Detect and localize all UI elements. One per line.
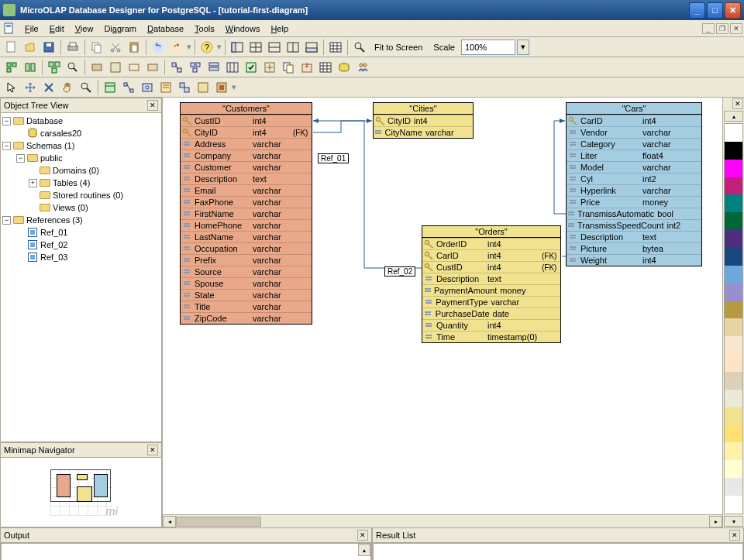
hand-button[interactable] [59, 79, 76, 96]
scale-dropdown-button[interactable]: ▾ [517, 40, 529, 55]
layout4-button[interactable] [284, 39, 301, 56]
diag-gen-button[interactable] [261, 59, 278, 76]
table-row[interactable]: CityIDint4 [374, 115, 473, 126]
table-row[interactable]: PaymentAmountmoney [422, 284, 560, 296]
table-row[interactable]: Spousevarchar [181, 277, 312, 289]
palette-up-button[interactable]: ▴ [724, 111, 743, 122]
layout1-button[interactable] [229, 39, 246, 56]
view-tool-button[interactable] [139, 79, 156, 96]
redo-button[interactable] [168, 39, 185, 56]
menu-tools[interactable]: Tools [190, 22, 219, 35]
table-row[interactable]: Hyperlinkvarchar [567, 184, 701, 196]
tree-label[interactable]: Domains (0) [53, 166, 99, 175]
palette-swatch[interactable] [725, 336, 742, 354]
undo-button[interactable] [150, 39, 167, 56]
table-row[interactable]: Descriptiontext [181, 173, 312, 184]
table-row[interactable]: Customervarchar [181, 161, 312, 173]
delete-button[interactable] [40, 79, 57, 96]
tree-toggle[interactable]: − [2, 142, 11, 150]
diag-users-button[interactable] [354, 59, 371, 76]
output-body[interactable]: ▴ ▾ [1, 543, 371, 560]
save-button[interactable] [40, 39, 57, 56]
minimap-close-button[interactable]: ✕ [147, 445, 158, 455]
table-row[interactable]: Emailvarchar [181, 184, 312, 196]
menu-diagram[interactable]: Diagram [99, 22, 141, 35]
mdi-close-button[interactable]: ✕ [730, 23, 742, 34]
grid-button[interactable] [327, 39, 344, 56]
ref-tool-button[interactable] [120, 79, 137, 96]
tree-label[interactable]: Ref_03 [40, 253, 67, 262]
tree-label[interactable]: Tables (4) [53, 178, 90, 187]
palette-swatch[interactable] [725, 142, 742, 160]
scroll-left-button[interactable]: ◂ [163, 516, 176, 527]
table-row[interactable]: Quantityint4 [422, 319, 560, 331]
menu-file[interactable]: File [20, 22, 43, 35]
minimap[interactable]: mi [1, 458, 161, 527]
table-row[interactable]: FirstNamevarchar [181, 208, 312, 219]
table-cars[interactable]: "Cars"CarIDint4VendorvarcharCategoryvarc… [566, 102, 702, 266]
diag-grid-button[interactable] [317, 59, 334, 76]
color-tool-button[interactable] [213, 79, 230, 96]
diag-copy-button[interactable] [280, 59, 297, 76]
object-tree[interactable]: −Database carsales20 −Schemas (1) −publi… [1, 113, 161, 441]
db-tool4-button[interactable] [144, 59, 161, 76]
table-row[interactable]: LastNamevarchar [181, 231, 312, 242]
palette-swatch[interactable] [725, 266, 742, 283]
table-row[interactable]: CustIDint4 [181, 115, 312, 126]
scroll-up-button[interactable]: ▴ [358, 544, 370, 556]
cut-button[interactable] [107, 39, 124, 56]
table-row[interactable]: Categoryvarchar [567, 138, 701, 149]
palette-swatch[interactable] [725, 407, 742, 425]
palette-swatch[interactable] [725, 354, 742, 372]
table-row[interactable]: OrderIDint4 [422, 238, 560, 249]
table-row[interactable]: Cylint2 [567, 173, 701, 184]
tree-label[interactable]: Ref_02 [40, 240, 67, 249]
table-row[interactable]: TransmissSpeedCountint2 [567, 219, 701, 231]
scroll-right-button[interactable]: ▸ [709, 516, 722, 527]
palette-swatch[interactable] [725, 318, 742, 336]
table-row[interactable]: CarIDint4 [567, 115, 701, 126]
layout3-button[interactable] [266, 39, 283, 56]
tree-toggle[interactable]: − [2, 117, 11, 125]
minimize-button[interactable]: _ [689, 2, 705, 19]
pointer-button[interactable] [3, 79, 20, 96]
table-row[interactable]: Sourcevarchar [181, 266, 312, 277]
palette-swatch[interactable] [725, 194, 742, 212]
palette-swatch[interactable] [725, 372, 742, 390]
menu-view[interactable]: View [71, 22, 98, 35]
table-customers[interactable]: "Customers"CustIDint4CityIDint4(FK)Addre… [180, 102, 312, 325]
palette-swatch[interactable] [725, 460, 742, 478]
mdi-restore-button[interactable]: ❐ [716, 23, 728, 34]
palette-swatch[interactable] [725, 496, 742, 514]
table-row[interactable]: Weightint4 [567, 254, 701, 266]
table-row[interactable]: CarIDint4(FK) [422, 249, 560, 261]
open-button[interactable] [22, 39, 39, 56]
table-row[interactable]: Prefixvarchar [181, 254, 312, 266]
db-find-button[interactable] [64, 59, 81, 76]
tree-label[interactable]: Ref_01 [40, 228, 67, 237]
help-button[interactable]: ? [198, 39, 215, 56]
palette-swatch[interactable] [725, 425, 742, 443]
move-button[interactable] [22, 79, 39, 96]
table-row[interactable]: Addressvarchar [181, 138, 312, 149]
ref-label[interactable]: Ref_02 [384, 266, 415, 277]
db-sync-button[interactable] [22, 59, 39, 76]
table-row[interactable]: Statevarchar [181, 289, 312, 301]
image-tool-button[interactable] [195, 79, 212, 96]
palette-swatch[interactable] [725, 283, 742, 301]
diag-image-button[interactable] [336, 59, 353, 76]
tree-panel-close-button[interactable]: ✕ [147, 100, 158, 111]
table-row[interactable]: Vendorvarchar [567, 126, 701, 138]
tree-toggle[interactable]: − [16, 154, 25, 163]
result-close-button[interactable]: ✕ [729, 530, 740, 541]
table-row[interactable]: FaxPhonevarchar [181, 196, 312, 208]
table-row[interactable]: Descriptiontext [422, 273, 560, 284]
mdi-minimize-button[interactable]: _ [702, 23, 715, 34]
table-row[interactable]: PaymentTypevarchar [422, 296, 560, 307]
scroll-thumb[interactable] [176, 517, 261, 527]
menu-help[interactable]: Help [266, 22, 293, 35]
diag-tool3-button[interactable] [205, 59, 222, 76]
db-connect-button[interactable] [3, 59, 20, 76]
palette-swatch[interactable] [725, 301, 742, 319]
copy-button[interactable] [88, 39, 105, 56]
